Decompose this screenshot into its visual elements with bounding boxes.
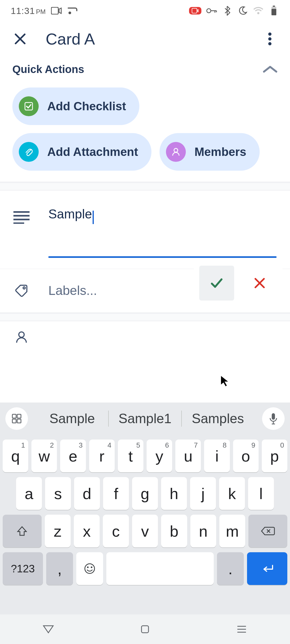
period-key-label: . <box>228 560 233 578</box>
backspace-key[interactable] <box>248 515 287 547</box>
svg-rect-23 <box>272 413 275 420</box>
key-i[interactable]: i8 <box>204 440 230 472</box>
key-f[interactable]: f <box>103 477 129 510</box>
quick-actions-title: Quick Actions <box>12 63 84 75</box>
app-header: Card A <box>0 21 290 56</box>
members-button[interactable]: Members <box>160 133 260 171</box>
emoji-key[interactable] <box>76 552 103 585</box>
nav-home-button[interactable] <box>134 623 156 636</box>
suggestion-bar: Sample Sample1 Samples <box>0 402 290 435</box>
key-c[interactable]: c <box>103 515 129 547</box>
svg-point-3 <box>207 9 211 13</box>
key-s[interactable]: s <box>45 477 71 510</box>
key-g[interactable]: g <box>132 477 158 510</box>
suggestion-3[interactable]: Samples <box>182 411 254 426</box>
cast-icon <box>67 5 78 16</box>
person-icon <box>166 142 186 162</box>
svg-point-9 <box>268 37 271 41</box>
section-gap <box>0 313 290 321</box>
key-t[interactable]: t5 <box>118 440 143 472</box>
description-input[interactable]: Sample <box>48 207 277 258</box>
key-v[interactable]: v <box>132 515 158 547</box>
status-bar: 11:31PM <box>0 0 290 21</box>
soft-keyboard: Sample Sample1 Samples q1w2e3r4t5y6u7i8o… <box>0 402 290 644</box>
enter-key[interactable] <box>247 552 287 585</box>
key-q[interactable]: q1 <box>3 440 28 472</box>
add-attachment-label: Add Attachment <box>47 145 138 159</box>
key-p[interactable]: p0 <box>262 440 287 472</box>
key-o[interactable]: o9 <box>233 440 259 472</box>
battery-icon <box>269 5 279 16</box>
input-underline <box>48 256 277 258</box>
checklist-icon <box>19 96 39 116</box>
key-a[interactable]: a <box>16 477 42 510</box>
comma-key-label: , <box>57 560 62 578</box>
key-b[interactable]: b <box>161 515 187 547</box>
svg-rect-5 <box>273 6 275 7</box>
add-checklist-button[interactable]: Add Checklist <box>12 87 139 125</box>
period-key[interactable]: . <box>217 552 244 585</box>
mouse-cursor-icon <box>220 374 230 388</box>
members-row-cutoff[interactable] <box>0 321 290 343</box>
suggestion-2[interactable]: Sample1 <box>109 411 181 426</box>
edit-confirm-toolbar <box>194 260 282 306</box>
key-m[interactable]: m <box>219 515 245 547</box>
space-key[interactable] <box>106 552 214 585</box>
card-title: Card A <box>46 30 95 48</box>
key-u[interactable]: u7 <box>175 440 201 472</box>
key-r[interactable]: r4 <box>89 440 115 472</box>
text-cursor <box>93 211 94 224</box>
members-label: Members <box>194 145 246 159</box>
key-e[interactable]: e3 <box>60 440 86 472</box>
svg-rect-7 <box>271 9 276 15</box>
nav-recents-button[interactable] <box>231 623 252 636</box>
svg-rect-20 <box>17 414 21 418</box>
key-y[interactable]: y6 <box>147 440 172 472</box>
chevron-up-icon[interactable] <box>263 62 278 77</box>
key-w[interactable]: w2 <box>31 440 57 472</box>
add-checklist-label: Add Checklist <box>47 100 126 113</box>
section-gap <box>0 182 290 191</box>
close-button[interactable] <box>13 32 27 46</box>
svg-point-17 <box>23 287 25 289</box>
system-nav-bar <box>0 614 290 644</box>
key-z[interactable]: z <box>45 515 71 547</box>
key-k[interactable]: k <box>219 477 245 510</box>
labels-placeholder: Labels... <box>48 283 97 298</box>
svg-point-12 <box>174 148 178 152</box>
description-value: Sample <box>48 207 92 221</box>
svg-rect-22 <box>17 419 21 423</box>
key-x[interactable]: x <box>74 515 100 547</box>
cancel-edit-button[interactable] <box>242 266 277 301</box>
confirm-edit-button[interactable] <box>199 266 234 301</box>
svg-point-18 <box>19 332 24 337</box>
suggestion-1[interactable]: Sample <box>36 411 108 426</box>
nav-back-button[interactable] <box>38 623 59 636</box>
svg-point-26 <box>91 566 92 568</box>
person-outline-icon <box>13 329 30 343</box>
description-section: Sample <box>0 191 290 269</box>
symbols-key[interactable]: ?123 <box>3 552 43 585</box>
key-d[interactable]: d <box>74 477 100 510</box>
keyboard-apps-button[interactable] <box>5 407 28 430</box>
svg-rect-27 <box>142 626 148 633</box>
key-n[interactable]: n <box>190 515 216 547</box>
svg-point-8 <box>268 32 271 36</box>
quick-actions-section: Quick Actions Add Checklist Add Attachme… <box>0 56 290 181</box>
voice-input-button[interactable] <box>262 407 285 430</box>
vpn-key-icon <box>206 5 217 16</box>
svg-rect-19 <box>12 414 16 418</box>
svg-rect-2 <box>192 8 197 13</box>
svg-point-24 <box>85 564 95 573</box>
add-attachment-button[interactable]: Add Attachment <box>12 133 151 171</box>
key-l[interactable]: l <box>248 477 274 510</box>
key-h[interactable]: h <box>161 477 187 510</box>
svg-rect-21 <box>12 419 16 423</box>
overflow-menu-button[interactable] <box>263 32 277 46</box>
key-j[interactable]: j <box>190 477 216 510</box>
screen-record-badge <box>189 7 201 14</box>
comma-key[interactable]: , <box>46 552 73 585</box>
shift-key[interactable] <box>3 515 42 547</box>
svg-point-1 <box>68 12 71 14</box>
camera-icon <box>51 5 62 16</box>
